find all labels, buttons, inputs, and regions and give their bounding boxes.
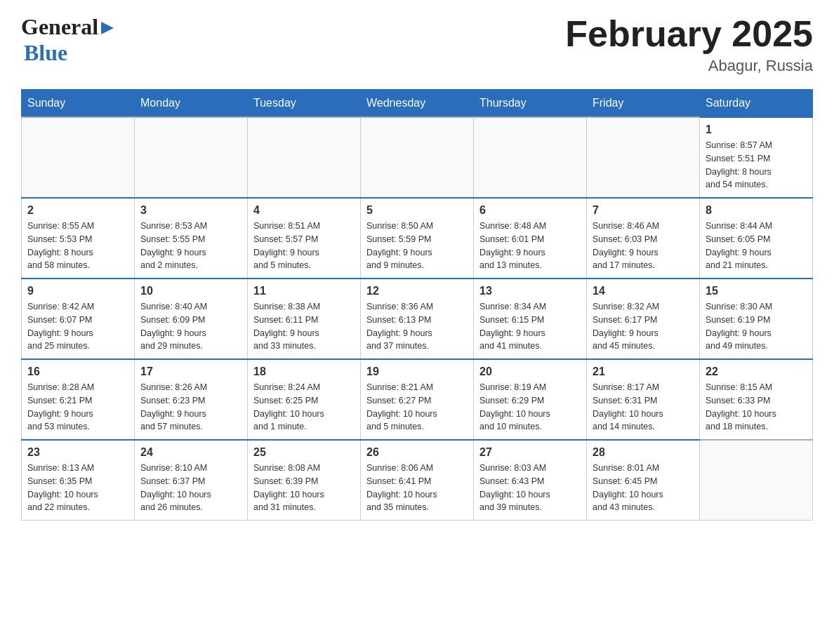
- logo-arrow-icon: [100, 20, 115, 36]
- day-info: Sunrise: 8:06 AM Sunset: 6:41 PM Dayligh…: [366, 462, 468, 514]
- weekday-header-row: Sunday Monday Tuesday Wednesday Thursday…: [22, 90, 813, 118]
- day-number: 22: [706, 365, 807, 378]
- day-info: Sunrise: 8:44 AM Sunset: 6:05 PM Dayligh…: [706, 220, 807, 272]
- day-number: 20: [479, 365, 581, 378]
- calendar-cell: 9Sunrise: 8:42 AM Sunset: 6:07 PM Daylig…: [22, 279, 135, 359]
- day-info: Sunrise: 8:13 AM Sunset: 6:35 PM Dayligh…: [27, 462, 128, 514]
- day-info: Sunrise: 8:48 AM Sunset: 6:01 PM Dayligh…: [479, 220, 581, 272]
- calendar-cell: 8Sunrise: 8:44 AM Sunset: 6:05 PM Daylig…: [700, 198, 813, 279]
- calendar-cell: 14Sunrise: 8:32 AM Sunset: 6:17 PM Dayli…: [587, 279, 700, 359]
- day-info: Sunrise: 8:15 AM Sunset: 6:33 PM Dayligh…: [706, 381, 807, 434]
- calendar-cell: 17Sunrise: 8:26 AM Sunset: 6:23 PM Dayli…: [135, 359, 248, 440]
- calendar-cell: 6Sunrise: 8:48 AM Sunset: 6:01 PM Daylig…: [474, 198, 587, 279]
- logo-general-text: General: [21, 14, 98, 40]
- day-number: 8: [706, 204, 807, 217]
- day-number: 19: [366, 365, 468, 378]
- calendar-cell: 27Sunrise: 8:03 AM Sunset: 6:43 PM Dayli…: [474, 440, 587, 521]
- calendar-cell: 25Sunrise: 8:08 AM Sunset: 6:39 PM Dayli…: [248, 440, 361, 521]
- calendar-cell: [22, 117, 135, 198]
- calendar-cell: [361, 117, 474, 198]
- calendar-week-5: 23Sunrise: 8:13 AM Sunset: 6:35 PM Dayli…: [22, 440, 813, 521]
- calendar-cell: 1Sunrise: 8:57 AM Sunset: 5:51 PM Daylig…: [700, 117, 813, 198]
- day-number: 28: [593, 446, 694, 459]
- calendar-cell: 10Sunrise: 8:40 AM Sunset: 6:09 PM Dayli…: [135, 279, 248, 359]
- day-info: Sunrise: 8:50 AM Sunset: 5:59 PM Dayligh…: [366, 220, 468, 272]
- logo-blue-text: Blue: [24, 40, 67, 65]
- calendar-week-4: 16Sunrise: 8:28 AM Sunset: 6:21 PM Dayli…: [22, 359, 813, 440]
- calendar-cell: 24Sunrise: 8:10 AM Sunset: 6:37 PM Dayli…: [135, 440, 248, 521]
- page-header: General Blue February 2025 Abagur, Russi…: [21, 14, 813, 75]
- calendar-cell: 2Sunrise: 8:55 AM Sunset: 5:53 PM Daylig…: [22, 198, 135, 279]
- month-title: February 2025: [565, 14, 813, 54]
- calendar-cell: 20Sunrise: 8:19 AM Sunset: 6:29 PM Dayli…: [474, 359, 587, 440]
- day-info: Sunrise: 8:46 AM Sunset: 6:03 PM Dayligh…: [593, 220, 694, 272]
- calendar-cell: 5Sunrise: 8:50 AM Sunset: 5:59 PM Daylig…: [361, 198, 474, 279]
- day-number: 2: [27, 204, 128, 217]
- day-info: Sunrise: 8:57 AM Sunset: 5:51 PM Dayligh…: [706, 139, 807, 192]
- header-monday: Monday: [135, 90, 248, 118]
- day-number: 3: [140, 204, 241, 217]
- day-info: Sunrise: 8:36 AM Sunset: 6:13 PM Dayligh…: [366, 300, 468, 353]
- calendar-week-2: 2Sunrise: 8:55 AM Sunset: 5:53 PM Daylig…: [22, 198, 813, 279]
- day-number: 7: [593, 204, 694, 217]
- day-info: Sunrise: 8:24 AM Sunset: 6:25 PM Dayligh…: [253, 381, 355, 434]
- day-number: 10: [140, 285, 241, 297]
- calendar-cell: 18Sunrise: 8:24 AM Sunset: 6:25 PM Dayli…: [248, 359, 361, 440]
- calendar-cell: 22Sunrise: 8:15 AM Sunset: 6:33 PM Dayli…: [700, 359, 813, 440]
- day-info: Sunrise: 8:19 AM Sunset: 6:29 PM Dayligh…: [479, 381, 581, 434]
- calendar-cell: 19Sunrise: 8:21 AM Sunset: 6:27 PM Dayli…: [361, 359, 474, 440]
- header-wednesday: Wednesday: [361, 90, 474, 118]
- calendar-cell: 16Sunrise: 8:28 AM Sunset: 6:21 PM Dayli…: [22, 359, 135, 440]
- day-info: Sunrise: 8:30 AM Sunset: 6:19 PM Dayligh…: [706, 300, 807, 353]
- day-info: Sunrise: 8:40 AM Sunset: 6:09 PM Dayligh…: [140, 300, 241, 353]
- location-text: Abagur, Russia: [565, 57, 813, 75]
- day-number: 24: [140, 446, 241, 459]
- calendar-cell: 13Sunrise: 8:34 AM Sunset: 6:15 PM Dayli…: [474, 279, 587, 359]
- logo: General Blue: [21, 14, 115, 66]
- day-number: 16: [27, 365, 128, 378]
- calendar-cell: 7Sunrise: 8:46 AM Sunset: 6:03 PM Daylig…: [587, 198, 700, 279]
- day-number: 25: [253, 446, 355, 459]
- day-info: Sunrise: 8:32 AM Sunset: 6:17 PM Dayligh…: [593, 300, 694, 353]
- day-number: 26: [366, 446, 468, 459]
- day-info: Sunrise: 8:28 AM Sunset: 6:21 PM Dayligh…: [27, 381, 128, 434]
- svg-marker-0: [101, 22, 114, 34]
- day-info: Sunrise: 8:01 AM Sunset: 6:45 PM Dayligh…: [593, 462, 694, 514]
- calendar-cell: 4Sunrise: 8:51 AM Sunset: 5:57 PM Daylig…: [248, 198, 361, 279]
- header-friday: Friday: [587, 90, 700, 118]
- day-info: Sunrise: 8:42 AM Sunset: 6:07 PM Dayligh…: [27, 300, 128, 353]
- calendar-cell: [474, 117, 587, 198]
- calendar-cell: [248, 117, 361, 198]
- day-number: 15: [706, 285, 807, 297]
- calendar-table: Sunday Monday Tuesday Wednesday Thursday…: [21, 89, 813, 521]
- title-section: February 2025 Abagur, Russia: [565, 14, 813, 75]
- calendar-cell: 15Sunrise: 8:30 AM Sunset: 6:19 PM Dayli…: [700, 279, 813, 359]
- day-number: 5: [366, 204, 468, 217]
- calendar-cell: [135, 117, 248, 198]
- day-number: 13: [479, 285, 581, 297]
- day-info: Sunrise: 8:26 AM Sunset: 6:23 PM Dayligh…: [140, 381, 241, 434]
- day-info: Sunrise: 8:08 AM Sunset: 6:39 PM Dayligh…: [253, 462, 355, 514]
- calendar-cell: 3Sunrise: 8:53 AM Sunset: 5:55 PM Daylig…: [135, 198, 248, 279]
- calendar-cell: 23Sunrise: 8:13 AM Sunset: 6:35 PM Dayli…: [22, 440, 135, 521]
- header-sunday: Sunday: [22, 90, 135, 118]
- calendar-cell: 12Sunrise: 8:36 AM Sunset: 6:13 PM Dayli…: [361, 279, 474, 359]
- calendar-cell: 11Sunrise: 8:38 AM Sunset: 6:11 PM Dayli…: [248, 279, 361, 359]
- day-number: 12: [366, 285, 468, 297]
- day-number: 18: [253, 365, 355, 378]
- calendar-week-1: 1Sunrise: 8:57 AM Sunset: 5:51 PM Daylig…: [22, 117, 813, 198]
- day-number: 21: [593, 365, 694, 378]
- day-info: Sunrise: 8:21 AM Sunset: 6:27 PM Dayligh…: [366, 381, 468, 434]
- day-info: Sunrise: 8:03 AM Sunset: 6:43 PM Dayligh…: [479, 462, 581, 514]
- calendar-cell: [700, 440, 813, 521]
- header-saturday: Saturday: [700, 90, 813, 118]
- day-number: 11: [253, 285, 355, 297]
- calendar-cell: [587, 117, 700, 198]
- calendar-week-3: 9Sunrise: 8:42 AM Sunset: 6:07 PM Daylig…: [22, 279, 813, 359]
- day-info: Sunrise: 8:38 AM Sunset: 6:11 PM Dayligh…: [253, 300, 355, 353]
- day-number: 4: [253, 204, 355, 217]
- day-number: 27: [479, 446, 581, 459]
- day-number: 14: [593, 285, 694, 297]
- day-info: Sunrise: 8:10 AM Sunset: 6:37 PM Dayligh…: [140, 462, 241, 514]
- day-number: 23: [27, 446, 128, 459]
